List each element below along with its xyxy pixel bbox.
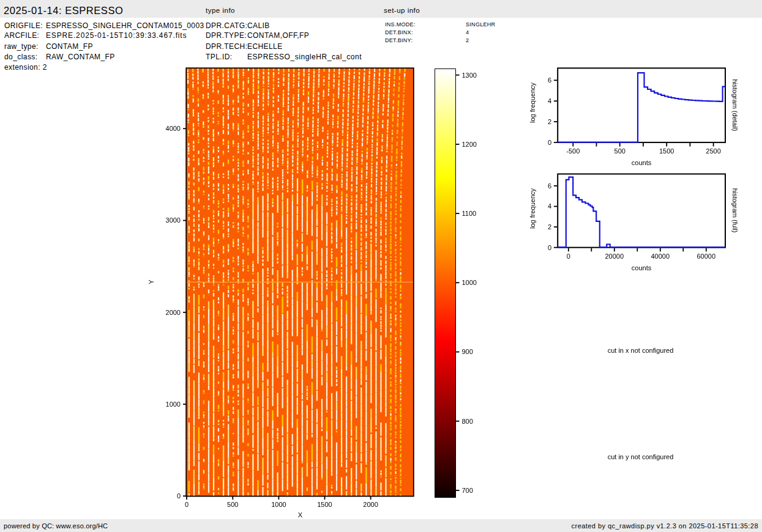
svg-text:0: 0 <box>548 244 551 251</box>
svg-text:900: 900 <box>462 348 473 355</box>
svg-text:4: 4 <box>548 202 551 210</box>
svg-text:2: 2 <box>548 223 551 231</box>
svg-text:500: 500 <box>227 501 238 508</box>
svg-text:1000: 1000 <box>462 279 477 286</box>
svg-text:1300: 1300 <box>462 72 477 79</box>
svg-text:log frequency: log frequency <box>529 188 536 229</box>
svg-text:6: 6 <box>548 182 551 190</box>
svg-text:counts: counts <box>632 159 652 166</box>
svg-text:2: 2 <box>548 118 551 125</box>
svg-text:Y: Y <box>148 279 155 284</box>
svg-text:1500: 1500 <box>317 501 332 508</box>
svg-text:histogram (detail): histogram (detail) <box>731 79 739 131</box>
svg-text:0: 0 <box>185 501 189 508</box>
svg-text:1000: 1000 <box>271 501 286 508</box>
svg-text:histogram (full): histogram (full) <box>731 188 739 233</box>
svg-text:1100: 1100 <box>462 210 477 217</box>
svg-text:2500: 2500 <box>706 147 720 155</box>
svg-text:4: 4 <box>548 97 551 105</box>
svg-text:6: 6 <box>548 76 551 84</box>
svg-text:log frequency: log frequency <box>529 82 536 123</box>
svg-text:800: 800 <box>462 418 473 425</box>
svg-text:cut in x not configured: cut in x not configured <box>608 347 674 354</box>
svg-text:1000: 1000 <box>166 401 181 408</box>
svg-text:3000: 3000 <box>166 216 181 224</box>
svg-text:500: 500 <box>614 147 626 155</box>
svg-text:20000: 20000 <box>605 253 624 260</box>
svg-text:0: 0 <box>548 139 551 146</box>
svg-text:60000: 60000 <box>697 253 716 260</box>
svg-text:cut in y not configured: cut in y not configured <box>608 453 674 460</box>
svg-text:2000: 2000 <box>166 309 181 316</box>
svg-text:1200: 1200 <box>462 141 477 148</box>
svg-text:X: X <box>298 511 303 519</box>
svg-text:0: 0 <box>567 253 570 260</box>
svg-text:1500: 1500 <box>659 147 674 155</box>
svg-text:2000: 2000 <box>363 501 378 508</box>
svg-text:4000: 4000 <box>166 125 181 132</box>
svg-text:-500: -500 <box>566 147 580 155</box>
svg-text:0: 0 <box>177 492 181 500</box>
svg-text:700: 700 <box>462 487 473 494</box>
svg-text:counts: counts <box>632 264 652 272</box>
svg-text:40000: 40000 <box>651 253 670 260</box>
